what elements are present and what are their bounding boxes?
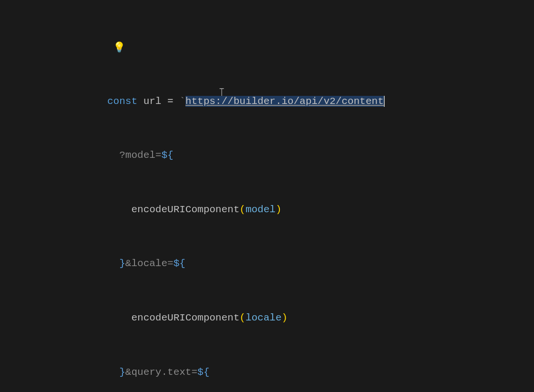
query-text: ?model=	[119, 150, 161, 161]
query-text: &locale=	[125, 258, 174, 269]
indent	[107, 367, 119, 378]
indent	[107, 150, 119, 161]
paren-close: )	[276, 204, 282, 215]
code-line-3[interactable]: encodeURIComponent(model)	[107, 201, 534, 219]
backtick-open: `	[179, 96, 185, 107]
code-content[interactable]: const url = `https://builder.io/api/v2/c…	[107, 56, 534, 392]
selected-url-text[interactable]: https://builder.io/api/v2/content	[185, 96, 385, 107]
keyword-const: const	[107, 96, 137, 107]
function-encode: encodeURIComponent	[131, 312, 239, 323]
function-encode: encodeURIComponent	[131, 204, 239, 215]
query-text: &query.text=	[125, 367, 197, 378]
param-model: model	[246, 204, 276, 215]
paren-open: (	[239, 312, 246, 323]
indent	[107, 204, 131, 215]
indent	[107, 258, 119, 269]
indent	[107, 312, 131, 323]
code-line-2[interactable]: ?model=${	[107, 146, 534, 165]
template-close: }	[119, 367, 125, 378]
code-line-5[interactable]: encodeURIComponent(locale)	[107, 309, 534, 327]
code-editor[interactable]: 💡 const url = `https://builder.io/api/v2…	[0, 0, 534, 392]
template-open: ${	[174, 258, 185, 269]
paren-open: (	[239, 204, 246, 215]
template-open: ${	[161, 150, 173, 161]
template-open: ${	[197, 367, 209, 378]
space	[137, 96, 144, 107]
identifier-url: url	[144, 96, 162, 107]
code-line-6[interactable]: }&query.text=${	[107, 363, 534, 382]
code-line-1[interactable]: const url = `https://builder.io/api/v2/c…	[107, 93, 534, 111]
template-close: }	[119, 258, 125, 269]
operator-eq: =	[161, 96, 179, 107]
param-locale: locale	[246, 312, 282, 323]
paren-close: )	[282, 312, 288, 323]
lightbulb-icon[interactable]: 💡	[113, 39, 125, 57]
code-line-4[interactable]: }&locale=${	[107, 255, 534, 273]
